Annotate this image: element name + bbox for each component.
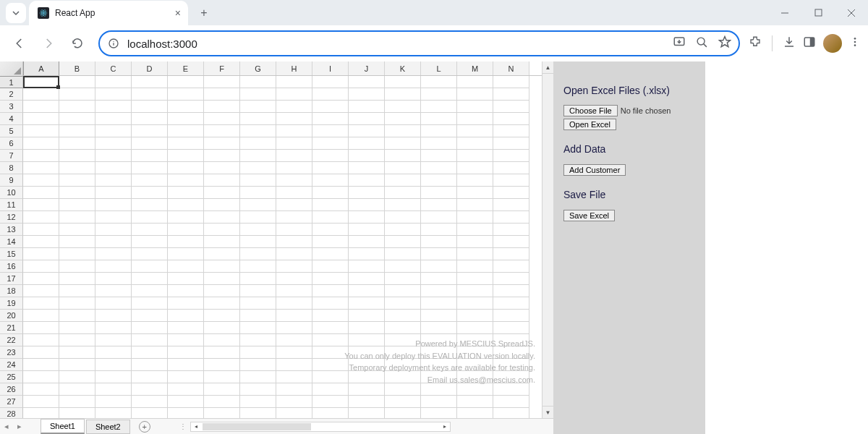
row-header[interactable]: 16 <box>0 260 23 273</box>
sheet-tab-1[interactable]: Sheet1 <box>41 419 85 434</box>
cell[interactable] <box>493 113 529 125</box>
cell[interactable] <box>421 174 457 187</box>
cell[interactable] <box>23 383 59 396</box>
cell[interactable] <box>204 162 240 174</box>
cell[interactable] <box>23 322 59 334</box>
cell[interactable] <box>204 125 240 137</box>
cell[interactable] <box>240 346 276 359</box>
row-header[interactable]: 5 <box>0 125 23 137</box>
cell[interactable] <box>59 162 95 174</box>
cell[interactable] <box>23 371 59 383</box>
cell[interactable] <box>457 199 493 211</box>
minimize-icon[interactable] <box>768 0 801 25</box>
cell[interactable] <box>204 150 240 162</box>
cell[interactable] <box>132 248 168 260</box>
cell[interactable] <box>457 273 493 285</box>
cell[interactable] <box>168 260 204 273</box>
cell[interactable] <box>493 187 529 199</box>
cell[interactable] <box>493 211 529 224</box>
cell[interactable] <box>312 322 349 334</box>
cell[interactable] <box>312 396 349 408</box>
cell[interactable] <box>59 187 95 199</box>
cell[interactable] <box>457 125 493 137</box>
cell[interactable] <box>349 174 385 187</box>
cell[interactable] <box>23 88 59 101</box>
cell[interactable] <box>132 199 168 211</box>
cell[interactable] <box>312 334 349 346</box>
cell[interactable] <box>457 162 493 174</box>
cell[interactable] <box>59 285 95 297</box>
cell[interactable] <box>95 187 132 199</box>
cell[interactable] <box>23 101 59 113</box>
cell[interactable] <box>168 76 204 88</box>
cell[interactable] <box>168 224 204 236</box>
cell[interactable] <box>385 199 421 211</box>
cell[interactable] <box>168 371 204 383</box>
cell[interactable] <box>240 310 276 322</box>
cell[interactable] <box>204 322 240 334</box>
cell[interactable] <box>95 273 132 285</box>
row-header[interactable]: 7 <box>0 150 23 162</box>
column-header[interactable]: F <box>204 61 240 75</box>
forward-icon[interactable] <box>36 31 61 56</box>
cell[interactable] <box>168 396 204 408</box>
cell[interactable] <box>385 310 421 322</box>
cell[interactable] <box>493 125 529 137</box>
cell[interactable] <box>168 199 204 211</box>
row-header[interactable]: 27 <box>0 396 23 408</box>
cell[interactable] <box>493 150 529 162</box>
prev-sheet-icon[interactable]: ◂ <box>0 422 13 431</box>
cell[interactable] <box>421 137 457 150</box>
cell[interactable] <box>385 285 421 297</box>
cell[interactable] <box>276 150 312 162</box>
cell[interactable] <box>421 76 457 88</box>
cell[interactable] <box>204 113 240 125</box>
cell[interactable] <box>132 113 168 125</box>
cell[interactable] <box>349 260 385 273</box>
cell[interactable] <box>421 322 457 334</box>
cell[interactable] <box>312 187 349 199</box>
cell[interactable] <box>421 101 457 113</box>
cell[interactable] <box>421 236 457 248</box>
downloads-icon[interactable] <box>783 35 796 51</box>
cell[interactable] <box>276 285 312 297</box>
cell[interactable] <box>95 383 132 396</box>
cell[interactable] <box>23 76 59 88</box>
reload-icon[interactable] <box>65 31 90 56</box>
cell[interactable] <box>59 224 95 236</box>
row-header[interactable]: 23 <box>0 346 23 359</box>
cell[interactable] <box>23 137 59 150</box>
cell[interactable] <box>132 322 168 334</box>
cell[interactable] <box>349 101 385 113</box>
row-header[interactable]: 26 <box>0 383 23 396</box>
cell[interactable] <box>385 137 421 150</box>
cell[interactable] <box>95 137 132 150</box>
cell[interactable] <box>59 310 95 322</box>
cell[interactable] <box>168 383 204 396</box>
cell[interactable] <box>385 162 421 174</box>
cell[interactable] <box>349 285 385 297</box>
cell[interactable] <box>349 236 385 248</box>
cell[interactable] <box>276 322 312 334</box>
cell[interactable] <box>59 273 95 285</box>
cell[interactable] <box>95 113 132 125</box>
cell[interactable] <box>95 346 132 359</box>
row-header[interactable]: 28 <box>0 408 23 418</box>
cell[interactable] <box>421 125 457 137</box>
cell[interactable] <box>276 371 312 383</box>
cell[interactable] <box>312 113 349 125</box>
cell[interactable] <box>493 199 529 211</box>
cell[interactable] <box>493 396 529 408</box>
cell[interactable] <box>421 113 457 125</box>
cell[interactable] <box>349 248 385 260</box>
cell[interactable] <box>312 162 349 174</box>
cell[interactable] <box>204 199 240 211</box>
cell[interactable] <box>168 346 204 359</box>
cell[interactable] <box>132 334 168 346</box>
cell[interactable] <box>95 224 132 236</box>
cell[interactable] <box>276 137 312 150</box>
row-header[interactable]: 2 <box>0 88 23 101</box>
cell[interactable] <box>168 408 204 418</box>
zoom-icon[interactable] <box>696 36 708 51</box>
cell[interactable] <box>421 396 457 408</box>
